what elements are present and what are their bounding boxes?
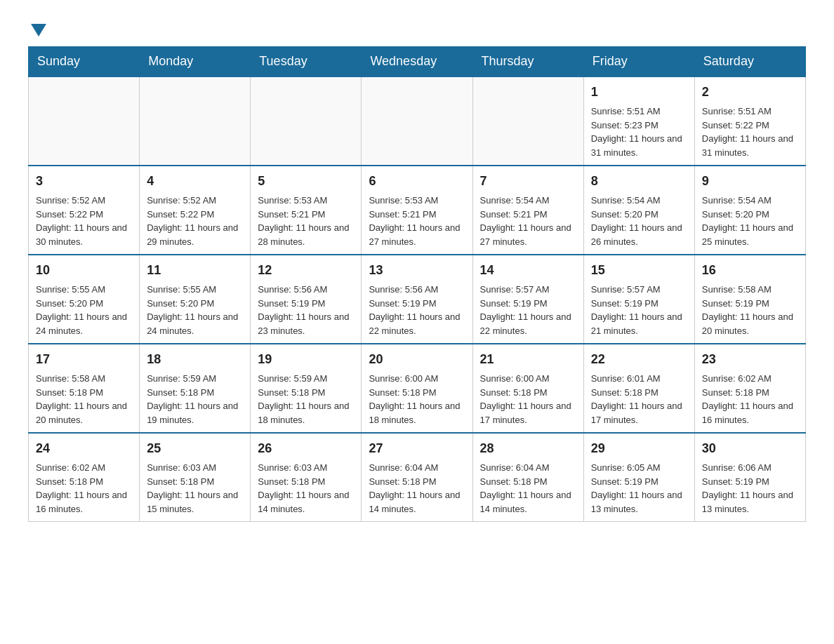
daylight-text: Daylight: 11 hours and 17 minutes. (591, 401, 682, 425)
sunset-text: Sunset: 5:22 PM (36, 209, 103, 220)
day-number: 9 (702, 172, 798, 191)
sunset-text: Sunset: 5:18 PM (147, 387, 214, 398)
calendar-cell-w3-d4: 13Sunrise: 5:56 AMSunset: 5:19 PMDayligh… (362, 255, 472, 344)
calendar-cell-w1-d5 (472, 76, 583, 166)
calendar-cell-w4-d1: 17Sunrise: 5:58 AMSunset: 5:18 PMDayligh… (29, 344, 140, 433)
calendar-cell-w3-d7: 16Sunrise: 5:58 AMSunset: 5:19 PMDayligh… (694, 255, 805, 344)
day-number: 21 (480, 350, 576, 369)
calendar-week-5: 24Sunrise: 6:02 AMSunset: 5:18 PMDayligh… (29, 433, 806, 522)
daylight-text: Daylight: 11 hours and 16 minutes. (702, 401, 793, 425)
calendar-week-2: 3Sunrise: 5:52 AMSunset: 5:22 PMDaylight… (29, 166, 806, 255)
sunrise-text: Sunrise: 5:54 AM (702, 195, 772, 206)
day-number: 24 (36, 439, 132, 458)
sunrise-text: Sunrise: 5:55 AM (147, 284, 216, 295)
header-day-friday: Friday (583, 47, 694, 77)
sunset-text: Sunset: 5:19 PM (369, 298, 436, 309)
sunset-text: Sunset: 5:20 PM (702, 209, 769, 220)
day-number: 25 (147, 439, 243, 458)
day-number: 30 (702, 439, 798, 458)
daylight-text: Daylight: 11 hours and 29 minutes. (147, 222, 238, 247)
sunset-text: Sunset: 5:21 PM (369, 209, 436, 220)
sunrise-text: Sunrise: 6:00 AM (369, 373, 438, 384)
daylight-text: Daylight: 11 hours and 22 minutes. (480, 311, 571, 336)
calendar-cell-w2-d2: 4Sunrise: 5:52 AMSunset: 5:22 PMDaylight… (140, 166, 251, 255)
sunset-text: Sunset: 5:18 PM (480, 476, 548, 487)
day-number: 11 (147, 261, 243, 280)
calendar-header-row: SundayMondayTuesdayWednesdayThursdayFrid… (29, 47, 806, 77)
sunrise-text: Sunrise: 5:56 AM (258, 284, 327, 295)
daylight-text: Daylight: 11 hours and 14 minutes. (258, 490, 349, 514)
sunset-text: Sunset: 5:19 PM (591, 298, 658, 309)
sunrise-text: Sunrise: 6:04 AM (369, 462, 438, 473)
calendar-cell-w1-d3 (251, 76, 362, 166)
header-day-thursday: Thursday (472, 47, 583, 77)
sunset-text: Sunset: 5:18 PM (369, 387, 436, 398)
calendar-cell-w3-d5: 14Sunrise: 5:57 AMSunset: 5:19 PMDayligh… (472, 255, 583, 344)
daylight-text: Daylight: 11 hours and 30 minutes. (36, 222, 127, 247)
day-number: 19 (258, 350, 354, 369)
daylight-text: Daylight: 11 hours and 26 minutes. (591, 222, 682, 247)
calendar-cell-w2-d5: 7Sunrise: 5:54 AMSunset: 5:21 PMDaylight… (472, 166, 583, 255)
sunset-text: Sunset: 5:18 PM (258, 476, 325, 487)
calendar-cell-w4-d4: 20Sunrise: 6:00 AMSunset: 5:18 PMDayligh… (362, 344, 472, 433)
calendar-cell-w1-d1 (29, 76, 140, 166)
sunrise-text: Sunrise: 5:53 AM (258, 195, 327, 206)
daylight-text: Daylight: 11 hours and 16 minutes. (36, 490, 127, 514)
sunrise-text: Sunrise: 5:52 AM (147, 195, 216, 206)
calendar-cell-w4-d7: 23Sunrise: 6:02 AMSunset: 5:18 PMDayligh… (694, 344, 805, 433)
daylight-text: Daylight: 11 hours and 27 minutes. (480, 222, 571, 247)
calendar-cell-w1-d4 (362, 76, 472, 166)
sunset-text: Sunset: 5:18 PM (369, 476, 436, 487)
day-number: 8 (591, 172, 687, 191)
header-day-tuesday: Tuesday (251, 47, 362, 77)
calendar-cell-w4-d6: 22Sunrise: 6:01 AMSunset: 5:18 PMDayligh… (583, 344, 694, 433)
sunrise-text: Sunrise: 5:56 AM (369, 284, 438, 295)
daylight-text: Daylight: 11 hours and 19 minutes. (147, 401, 238, 425)
sunrise-text: Sunrise: 6:04 AM (480, 462, 550, 473)
logo (28, 21, 46, 39)
sunset-text: Sunset: 5:18 PM (258, 387, 325, 398)
header-day-sunday: Sunday (29, 47, 140, 77)
sunrise-text: Sunrise: 6:00 AM (480, 373, 550, 384)
sunset-text: Sunset: 5:20 PM (591, 209, 658, 220)
sunset-text: Sunset: 5:23 PM (591, 120, 658, 130)
calendar-cell-w5-d2: 25Sunrise: 6:03 AMSunset: 5:18 PMDayligh… (140, 433, 251, 522)
sunset-text: Sunset: 5:18 PM (36, 476, 103, 487)
daylight-text: Daylight: 11 hours and 14 minutes. (369, 490, 460, 514)
day-number: 5 (258, 172, 354, 191)
calendar-cell-w5-d6: 29Sunrise: 6:05 AMSunset: 5:19 PMDayligh… (583, 433, 694, 522)
day-number: 17 (36, 350, 132, 369)
daylight-text: Daylight: 11 hours and 27 minutes. (369, 222, 460, 247)
calendar-cell-w3-d3: 12Sunrise: 5:56 AMSunset: 5:19 PMDayligh… (251, 255, 362, 344)
calendar-cell-w4-d3: 19Sunrise: 5:59 AMSunset: 5:18 PMDayligh… (251, 344, 362, 433)
day-number: 27 (369, 439, 465, 458)
daylight-text: Daylight: 11 hours and 22 minutes. (369, 311, 460, 336)
day-number: 2 (702, 83, 798, 102)
calendar-cell-w2-d6: 8Sunrise: 5:54 AMSunset: 5:20 PMDaylight… (583, 166, 694, 255)
daylight-text: Daylight: 11 hours and 18 minutes. (258, 401, 349, 425)
calendar-cell-w3-d6: 15Sunrise: 5:57 AMSunset: 5:19 PMDayligh… (583, 255, 694, 344)
sunrise-text: Sunrise: 5:51 AM (591, 106, 661, 116)
calendar-week-1: 1Sunrise: 5:51 AMSunset: 5:23 PMDaylight… (29, 76, 806, 166)
calendar-week-3: 10Sunrise: 5:55 AMSunset: 5:20 PMDayligh… (29, 255, 806, 344)
sunrise-text: Sunrise: 5:54 AM (480, 195, 550, 206)
sunset-text: Sunset: 5:22 PM (702, 120, 769, 130)
daylight-text: Daylight: 11 hours and 24 minutes. (36, 311, 127, 336)
sunset-text: Sunset: 5:20 PM (147, 298, 214, 309)
daylight-text: Daylight: 11 hours and 28 minutes. (258, 222, 349, 247)
day-number: 10 (36, 261, 132, 280)
sunrise-text: Sunrise: 6:05 AM (591, 462, 661, 473)
calendar-cell-w2-d1: 3Sunrise: 5:52 AMSunset: 5:22 PMDaylight… (29, 166, 140, 255)
sunrise-text: Sunrise: 5:54 AM (591, 195, 661, 206)
calendar-cell-w1-d6: 1Sunrise: 5:51 AMSunset: 5:23 PMDaylight… (583, 76, 694, 166)
day-number: 15 (591, 261, 687, 280)
sunrise-text: Sunrise: 5:53 AM (369, 195, 438, 206)
sunset-text: Sunset: 5:19 PM (258, 298, 325, 309)
sunset-text: Sunset: 5:19 PM (702, 476, 769, 487)
sunset-text: Sunset: 5:21 PM (258, 209, 325, 220)
day-number: 14 (480, 261, 576, 280)
day-number: 12 (258, 261, 354, 280)
header-day-monday: Monday (140, 47, 251, 77)
daylight-text: Daylight: 11 hours and 20 minutes. (702, 311, 793, 336)
daylight-text: Daylight: 11 hours and 13 minutes. (702, 490, 793, 514)
